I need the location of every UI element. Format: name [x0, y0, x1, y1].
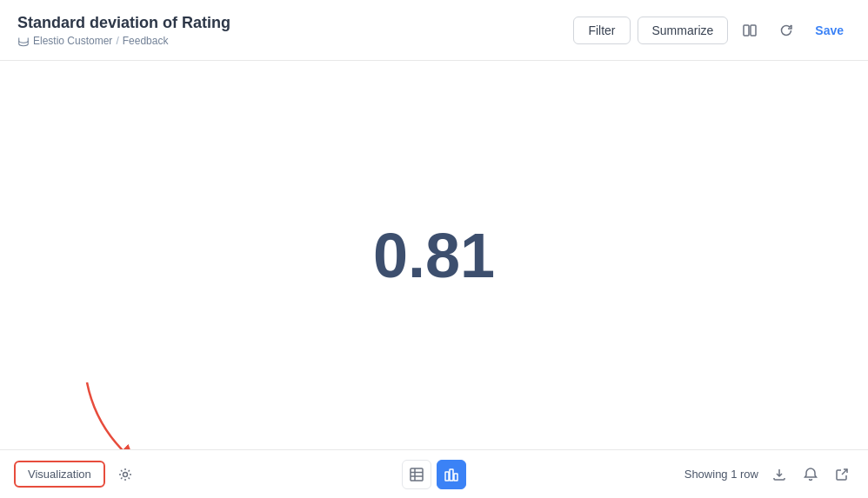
svg-point-4	[123, 472, 127, 476]
bottom-bar: Visualization Showing 1 row	[0, 449, 868, 498]
visualization-button[interactable]: Visualization	[14, 461, 105, 488]
bottom-left: Visualization	[14, 461, 138, 488]
gear-settings-button[interactable]	[112, 461, 138, 488]
gear-icon	[118, 468, 132, 481]
table-icon	[410, 468, 424, 481]
breadcrumb-org: Elestio Customer	[33, 35, 112, 47]
bell-button[interactable]	[798, 462, 823, 487]
table-view-button[interactable]	[402, 460, 431, 489]
refresh-icon-button[interactable]	[771, 16, 801, 45]
breadcrumb-page: Feedback	[123, 35, 169, 47]
chart-icon	[444, 468, 458, 481]
external-link-button[interactable]	[830, 462, 854, 487]
summarize-button[interactable]: Summarize	[638, 17, 729, 44]
breadcrumb-separator: /	[116, 35, 118, 47]
filter-button[interactable]: Filter	[573, 17, 630, 44]
svg-rect-1	[744, 25, 749, 36]
refresh-icon	[779, 23, 793, 37]
page-title: Standard deviation of Rating	[17, 14, 230, 32]
bottom-right: Showing 1 row	[684, 462, 854, 487]
svg-rect-10	[450, 469, 453, 481]
columns-icon	[743, 23, 757, 37]
breadcrumb: Elestio Customer / Feedback	[17, 35, 230, 47]
toolbar: Filter Summarize Save	[573, 16, 851, 45]
svg-rect-11	[454, 474, 457, 481]
external-link-icon	[835, 468, 849, 481]
download-icon	[772, 468, 786, 481]
chart-view-button[interactable]	[437, 460, 466, 489]
main-content: 0.81	[0, 61, 868, 449]
svg-rect-9	[445, 472, 449, 481]
metric-value: 0.81	[373, 220, 495, 291]
bell-icon	[804, 468, 818, 481]
save-button[interactable]: Save	[808, 17, 851, 43]
svg-rect-2	[751, 25, 756, 36]
top-bar: Standard deviation of Rating Elestio Cus…	[0, 0, 868, 61]
columns-icon-button[interactable]	[735, 16, 765, 45]
showing-row-text: Showing 1 row	[684, 468, 758, 481]
download-button[interactable]	[767, 462, 791, 487]
title-section: Standard deviation of Rating Elestio Cus…	[17, 14, 230, 47]
database-icon	[17, 35, 30, 47]
svg-rect-5	[411, 468, 423, 481]
bottom-right-icons	[767, 462, 854, 487]
bottom-center	[402, 460, 466, 489]
